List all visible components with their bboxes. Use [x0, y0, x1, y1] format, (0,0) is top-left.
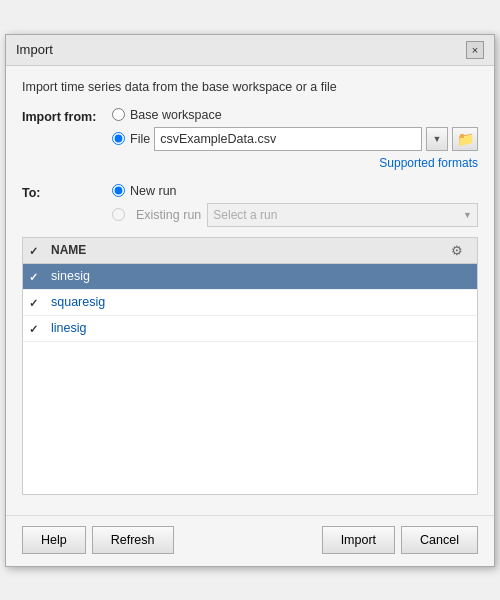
existing-run-radio[interactable]: [112, 208, 125, 221]
signals-table: ✓ NAME ⚙ ✓ sinesig ✓ squares: [22, 237, 478, 495]
import-from-controls: Base workspace File ▼ 📁: [112, 108, 478, 178]
dropdown-arrow-icon: ▼: [433, 134, 442, 144]
base-workspace-radio[interactable]: [112, 108, 125, 121]
row-check-cell: ✓: [29, 321, 51, 336]
close-button[interactable]: ×: [466, 41, 484, 59]
table-body: ✓ sinesig ✓ squaresig ✓ linesig: [23, 264, 477, 494]
signal-name: squaresig: [51, 295, 471, 309]
signal-name: linesig: [51, 321, 471, 335]
dialog-footer: Help Refresh Import Cancel: [6, 515, 494, 566]
new-run-label: New run: [130, 184, 177, 198]
folder-icon: 📁: [457, 131, 474, 147]
file-input-row: ▼ 📁: [154, 127, 478, 151]
table-header: ✓ NAME ⚙: [23, 238, 477, 264]
table-row[interactable]: ✓ squaresig: [23, 290, 477, 316]
header-checkmark-icon: ✓: [29, 245, 38, 257]
import-dialog: Import × Import time series data from th…: [5, 34, 495, 567]
footer-left-buttons: Help Refresh: [22, 526, 174, 554]
base-workspace-row: Base workspace: [112, 108, 478, 122]
file-dropdown-button[interactable]: ▼: [426, 127, 448, 151]
select-run-arrow-icon: ▼: [463, 210, 472, 220]
title-bar: Import ×: [6, 35, 494, 66]
help-button[interactable]: Help: [22, 526, 86, 554]
row-check-cell: ✓: [29, 295, 51, 310]
cancel-button[interactable]: Cancel: [401, 526, 478, 554]
import-from-row: Import from: Base workspace File ▼: [22, 108, 478, 178]
file-radio[interactable]: [112, 132, 125, 145]
row-checkmark-icon: ✓: [29, 297, 38, 309]
dialog-body: Import time series data from the base wo…: [6, 66, 494, 515]
file-label: File: [130, 132, 150, 146]
row-check-cell: ✓: [29, 269, 51, 284]
new-run-row: New run: [112, 184, 478, 198]
to-controls: New run Existing run Select a run ▼: [112, 184, 478, 227]
to-label: To:: [22, 184, 112, 200]
dialog-title: Import: [16, 42, 53, 57]
refresh-button[interactable]: Refresh: [92, 526, 174, 554]
name-column-header: NAME: [51, 243, 451, 257]
to-row: To: New run Existing run Select a run ▼: [22, 184, 478, 227]
file-row-radio: File ▼ 📁: [112, 127, 478, 151]
header-check-cell: ✓: [29, 243, 51, 258]
row-checkmark-icon: ✓: [29, 271, 38, 283]
select-run-placeholder: Select a run: [213, 208, 277, 222]
base-workspace-label: Base workspace: [130, 108, 222, 122]
signal-name: sinesig: [51, 269, 471, 283]
browse-folder-button[interactable]: 📁: [452, 127, 478, 151]
close-icon: ×: [472, 44, 478, 56]
file-path-input[interactable]: [154, 127, 422, 151]
table-row[interactable]: ✓ sinesig: [23, 264, 477, 290]
existing-run-row: Existing run Select a run ▼: [112, 203, 478, 227]
existing-run-label: Existing run: [136, 208, 201, 222]
dialog-description: Import time series data from the base wo…: [22, 80, 478, 94]
row-checkmark-icon: ✓: [29, 323, 38, 335]
table-settings-gear-icon[interactable]: ⚙: [451, 243, 471, 258]
import-button[interactable]: Import: [322, 526, 395, 554]
supported-formats-link[interactable]: Supported formats: [112, 156, 478, 170]
footer-right-buttons: Import Cancel: [322, 526, 478, 554]
table-row[interactable]: ✓ linesig: [23, 316, 477, 342]
select-run-dropdown[interactable]: Select a run ▼: [207, 203, 478, 227]
new-run-radio[interactable]: [112, 184, 125, 197]
import-from-label: Import from:: [22, 108, 112, 124]
